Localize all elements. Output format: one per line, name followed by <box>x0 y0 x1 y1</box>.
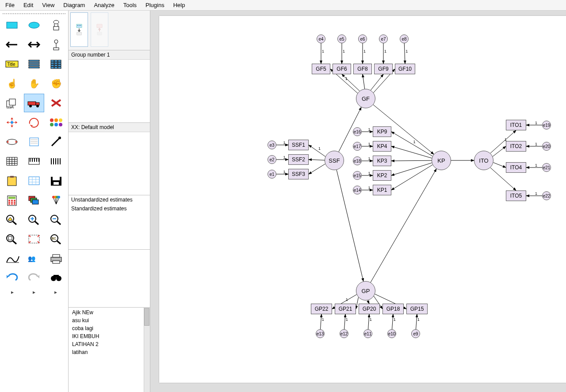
tool-printer[interactable] <box>46 249 66 268</box>
diagram-canvas[interactable]: 111111111111111111111111111 GFSSFKPITOGP… <box>159 16 566 383</box>
tool-save[interactable] <box>46 171 66 190</box>
observed-ITO5[interactable]: ITO5 <box>506 190 526 201</box>
scrollbar-thumb[interactable] <box>144 308 149 326</box>
error-e7[interactable]: e7 <box>379 34 388 43</box>
tool-grid[interactable] <box>2 152 22 171</box>
tool-ellipse[interactable] <box>24 16 44 34</box>
menu-file[interactable]: File <box>1 0 19 10</box>
observed-SSF1[interactable]: SSF1 <box>288 140 309 150</box>
menu-diagram[interactable]: Diagram <box>59 0 89 10</box>
menu-edit[interactable]: Edit <box>19 0 38 10</box>
tool-people1[interactable]: 👥 <box>24 249 44 268</box>
tool-cascade[interactable] <box>24 191 44 209</box>
observed-KP4[interactable]: KP4 <box>373 141 391 152</box>
models-header[interactable]: XX: Default model <box>69 123 150 132</box>
error-e21[interactable]: e21 <box>542 163 551 172</box>
tool-zoom-abc[interactable]: BC <box>46 230 66 248</box>
tool-delete-x[interactable] <box>46 94 66 112</box>
calculate-estimates-button[interactable] <box>70 12 88 47</box>
estimate-option[interactable]: Unstandardized estimates <box>69 195 150 204</box>
error-e19[interactable]: e19 <box>542 121 551 129</box>
tool-zoom-out[interactable] <box>46 210 66 229</box>
menu-help[interactable]: Help <box>169 0 190 10</box>
observed-SSF3[interactable]: SSF3 <box>288 169 309 179</box>
tool-fit[interactable] <box>24 230 44 248</box>
menu-plugins[interactable]: Plugins <box>141 0 169 10</box>
error-e18[interactable]: e18 <box>353 156 362 165</box>
tool-curve[interactable] <box>2 249 22 268</box>
tool-scroll[interactable] <box>24 133 44 151</box>
observed-ITO1[interactable]: ITO1 <box>506 120 526 130</box>
canvas-area[interactable]: 111111111111111111111111111 GFSSFKPITOGP… <box>150 11 566 392</box>
observed-KP9[interactable]: KP9 <box>373 126 391 137</box>
tool-zoom-home[interactable] <box>2 210 22 229</box>
latent-KP[interactable]: KP <box>432 151 451 170</box>
tool-zoom-in[interactable] <box>24 210 44 229</box>
latent-GF[interactable]: GF <box>356 89 375 108</box>
error-e9[interactable]: e9 <box>411 329 420 338</box>
tool-arrow-left[interactable] <box>2 35 22 54</box>
tool-hand-grab[interactable]: ✊ <box>46 74 66 93</box>
file-item[interactable]: latihan <box>69 348 150 356</box>
error-e10[interactable]: e10 <box>387 329 396 338</box>
tool-move-all[interactable] <box>2 113 22 132</box>
tool-calc[interactable] <box>2 191 22 209</box>
error-e3[interactable]: e3 <box>268 141 276 149</box>
tool-rotate[interactable] <box>24 113 44 132</box>
error-e13[interactable]: e13 <box>316 329 325 338</box>
observed-GP20[interactable]: GP20 <box>359 304 380 314</box>
tool-indicator[interactable] <box>46 16 66 34</box>
error-e15[interactable]: e15 <box>353 171 362 180</box>
observed-GP15[interactable]: GP15 <box>406 304 428 314</box>
observed-GF5[interactable]: GF5 <box>312 64 330 74</box>
error-e22[interactable]: e22 <box>542 191 551 200</box>
error-e17[interactable]: e17 <box>353 142 362 151</box>
error-e8[interactable]: e8 <box>400 34 409 43</box>
tool-piano1[interactable] <box>24 152 44 171</box>
file-item[interactable]: IKI EMBUH <box>69 332 150 340</box>
menu-analyze[interactable]: Analyze <box>89 0 119 10</box>
observed-ITO4[interactable]: ITO4 <box>506 162 526 173</box>
error-e4[interactable]: e4 <box>317 34 325 43</box>
menu-tools[interactable]: Tools <box>119 0 141 10</box>
estimate-option[interactable]: Standardized estimates <box>69 204 150 213</box>
error-e5[interactable]: e5 <box>337 34 346 43</box>
tool-arrow-both[interactable] <box>24 35 44 54</box>
error-e12[interactable]: e12 <box>340 329 348 338</box>
tool-rect[interactable] <box>2 16 22 34</box>
tool-form-lines[interactable] <box>24 55 44 73</box>
observed-KP1[interactable]: KP1 <box>373 185 391 195</box>
observed-GF9[interactable]: GF9 <box>374 64 393 74</box>
observed-SSF2[interactable]: SSF2 <box>288 154 309 165</box>
observed-KP2[interactable]: KP2 <box>373 170 391 181</box>
tool-zoom-page[interactable] <box>2 230 22 248</box>
error-e16[interactable]: e16 <box>353 127 362 136</box>
file-item[interactable]: Ajik NEw <box>69 308 150 316</box>
observed-GP22[interactable]: GP22 <box>311 304 332 314</box>
groups-header[interactable]: Group number 1 <box>69 50 150 60</box>
tool-lollipop[interactable] <box>46 35 66 54</box>
error-e11[interactable]: e11 <box>363 329 372 338</box>
latent-GP[interactable]: GP <box>356 281 375 301</box>
tool-hand-open[interactable]: ✋ <box>24 74 44 93</box>
tool-redo[interactable] <box>24 269 44 287</box>
latent-SSF[interactable]: SSF <box>325 151 344 170</box>
tool-undo[interactable] <box>2 269 22 287</box>
observed-ITO2[interactable]: ITO2 <box>506 141 526 152</box>
tool-bouquet[interactable] <box>46 191 66 209</box>
observed-GF6[interactable]: GF6 <box>333 64 351 74</box>
tool-form-grid[interactable] <box>46 55 66 73</box>
error-e6[interactable]: e6 <box>358 34 367 43</box>
error-e20[interactable]: e20 <box>542 142 551 151</box>
observed-GP18[interactable]: GP18 <box>382 304 404 314</box>
tool-title[interactable]: Title <box>2 55 22 73</box>
tool-clipboard[interactable] <box>2 171 22 190</box>
file-item[interactable]: asu kui <box>69 316 150 324</box>
latent-ITO[interactable]: ITO <box>474 151 493 170</box>
observed-GF10[interactable]: GF10 <box>395 64 415 74</box>
tool-loop[interactable] <box>2 133 22 151</box>
copy-to-clipboard-button[interactable] <box>91 12 108 47</box>
file-item[interactable]: LATIHAN 2 <box>69 340 150 348</box>
observed-KP3[interactable]: KP3 <box>373 156 391 166</box>
menu-view[interactable]: View <box>38 0 59 10</box>
